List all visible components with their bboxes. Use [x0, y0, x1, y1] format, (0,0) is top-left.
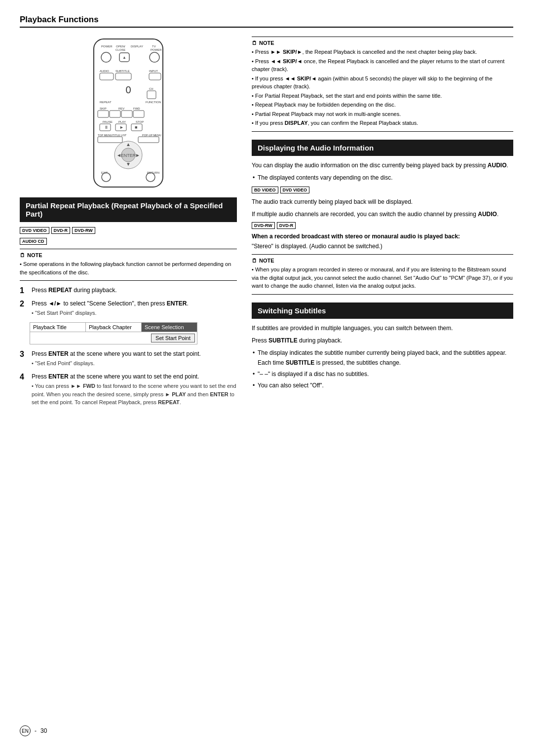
svg-text:⏸: ⏸ [104, 125, 109, 130]
menu-table: Playback Title Playback Chapter Scene Se… [30, 322, 197, 344]
subtitles-bullet-0: The display indicates the subtitle numbe… [252, 348, 513, 367]
badge-dvd-r-2: DVD-R [277, 222, 296, 229]
svg-rect-27 [121, 111, 132, 117]
svg-point-7 [101, 52, 111, 62]
right-note-box-2: 🗒 NOTE When you play a program recorded … [252, 254, 513, 295]
step-2-bullet: "Set Start Point" displays. [32, 309, 237, 317]
steps-1-2: 1 Press REPEAT during playback. 2 Press … [20, 286, 237, 317]
right-note-icon-2: 🗒 [252, 258, 257, 264]
svg-rect-40 [98, 137, 122, 143]
note-content: Some operations in the following playbac… [20, 260, 237, 276]
stereo-quoted: "Stereo" is displayed. (Audio cannot be … [252, 242, 513, 251]
right-note-1-bullet-2: If you press ◄◄ SKIP/◄ again (within abo… [252, 75, 513, 91]
svg-text:CH: CH [149, 87, 153, 90]
svg-text:◄: ◄ [116, 152, 121, 158]
svg-text:CLOSE: CLOSE [115, 48, 125, 51]
svg-text:FWD: FWD [133, 107, 140, 110]
step-1-content: Press REPEAT during playback. [32, 286, 237, 295]
audio-info-badges2: DVD-RW DVD-R [252, 222, 513, 229]
badge-dvd-video: DVD VIDEO [20, 227, 49, 234]
left-note-box: 🗒 NOTE Some operations in the following … [20, 249, 237, 281]
page-footer: EN - 30 [20, 716, 513, 736]
svg-text:■: ■ [135, 125, 137, 130]
svg-text:POWER: POWER [101, 45, 113, 48]
svg-text:INPUT: INPUT [149, 70, 158, 73]
step-3-num: 3 [20, 349, 28, 359]
remote-illustration: POWER OPEN/ CLOSE DISPLAY TV POWER ▲ AUD… [20, 37, 237, 189]
switching-subtitles-heading: Switching Subtitles [252, 302, 513, 319]
svg-text:PAUSE: PAUSE [103, 120, 113, 123]
footer-lang-circle: EN [20, 725, 31, 736]
right-note-box-1: 🗒 NOTE Press ►► SKIP/►, the Repeat Playb… [252, 37, 513, 132]
audio-info-badges: BD VIDEO DVD VIDEO [252, 187, 513, 193]
subtitles-bullet-1: "– –" is displayed if a disc has no subt… [252, 370, 513, 379]
note-bullet-1: Some operations in the following playbac… [20, 260, 237, 276]
note-icon: 🗒 [20, 252, 25, 258]
subtitles-body1: If subtitles are provided in multiple la… [252, 324, 513, 333]
right-note-1-bullet-0: Press ►► SKIP/►, the Repeat Playback is … [252, 48, 513, 56]
subtitles-bullet-2: You can also select "Off". [252, 381, 513, 390]
audio-info-body1: You can display the audio information on… [252, 161, 513, 170]
svg-text:DISPLAY: DISPLAY [131, 45, 143, 48]
svg-text:►: ► [135, 152, 140, 158]
svg-text:▼: ▼ [126, 161, 131, 167]
audio-info-bullet1: The displayed contents vary depending on… [252, 173, 513, 183]
svg-text:FUNCTION: FUNCTION [146, 101, 161, 104]
menu-row1: Playback Title Playback Chapter Scene Se… [30, 323, 197, 332]
svg-text:STOP: STOP [136, 120, 144, 123]
svg-text:▲: ▲ [126, 142, 131, 147]
svg-text:▲: ▲ [122, 55, 126, 60]
badge-dvd-r: DVD-R [51, 227, 71, 234]
svg-text:AUDIO: AUDIO [100, 70, 109, 73]
svg-text:SUBTITLE: SUBTITLE [115, 70, 130, 73]
format-badges-row2: AUDIO CD [20, 238, 237, 245]
step-1: 1 Press REPEAT during playback. [20, 286, 237, 295]
page-title: Playback Functions [20, 15, 99, 24]
step-4-bullet: You can press ►► FWD to fast forward to … [32, 382, 237, 407]
audio-info-body3: If multiple audio channels are recorded,… [252, 210, 513, 219]
left-column: POWER OPEN/ CLOSE DISPLAY TV POWER ▲ AUD… [20, 37, 237, 716]
badge-dvd-video-2: DVD VIDEO [280, 187, 310, 193]
svg-text:POWER: POWER [151, 48, 162, 51]
svg-rect-26 [110, 111, 120, 117]
svg-text:POP-UP MENU: POP-UP MENU [142, 134, 161, 137]
right-note-1-bullet-6: If you press DISPLAY, you can confirm th… [252, 119, 513, 127]
right-note-1-bullet-5: Partial Repeat Playback may not work in … [252, 110, 513, 118]
svg-text:OPEN/: OPEN/ [116, 45, 125, 48]
svg-text:TV: TV [152, 45, 156, 48]
right-note-1-content: Press ►► SKIP/►, the Repeat Playback is … [252, 48, 513, 127]
svg-point-10 [150, 52, 159, 62]
set-start-point-btn[interactable]: Set Start Point [151, 334, 195, 342]
svg-text:REV: REV [118, 107, 124, 110]
svg-rect-16 [149, 73, 161, 80]
remote-svg: POWER OPEN/ CLOSE DISPLAY TV POWER ▲ AUD… [74, 37, 183, 189]
badge-dvd-rw-2: DVD-RW [252, 222, 275, 229]
page-header: Playback Functions [20, 15, 513, 28]
right-note-1-bullet-3: For Partial Repeat Playback, set the sta… [252, 92, 513, 100]
right-note-1-bullet-4: Repeat Playback may be forbidden dependi… [252, 101, 513, 109]
page: Playback Functions POWER OPEN/ CLOSE DIS… [0, 0, 533, 756]
partial-repeat-heading: Partial Repeat Playback (Repeat Playback… [20, 197, 237, 222]
subtitles-body2: Press SUBTITLE during playback. [252, 336, 513, 345]
menu-cell-2: Playback Chapter [86, 323, 142, 332]
step-4-num: 4 [20, 372, 28, 381]
menu-row2: Set Start Point [30, 332, 197, 344]
svg-rect-15 [115, 73, 131, 80]
step-2-num: 2 [20, 299, 28, 308]
svg-rect-14 [100, 73, 114, 80]
note-label: 🗒 NOTE [20, 252, 237, 258]
step-3-content: Press ENTER at the scene where you want … [32, 349, 237, 368]
badge-dvd-rw: DVD-RW [72, 227, 95, 234]
menu-cell-1: Playback Title [30, 323, 86, 332]
right-note-icon-1: 🗒 [252, 40, 257, 46]
right-note-2-label: 🗒 NOTE [252, 258, 513, 264]
footer-page-num: 30 [40, 727, 47, 734]
audio-info-body2: The audio track currently being played b… [252, 197, 513, 207]
step-3-bullet: "Set End Point" displays. [32, 359, 237, 368]
step-2-content: Press ◄/► to select "Scene Selection", t… [32, 299, 237, 317]
svg-rect-28 [133, 111, 144, 117]
badge-bd-video: BD VIDEO [252, 187, 278, 193]
step-2: 2 Press ◄/► to select "Scene Selection",… [20, 299, 237, 317]
svg-text:0: 0 [125, 84, 131, 95]
right-note-2-bullet-0: When you play a program recorded in ster… [252, 265, 513, 290]
